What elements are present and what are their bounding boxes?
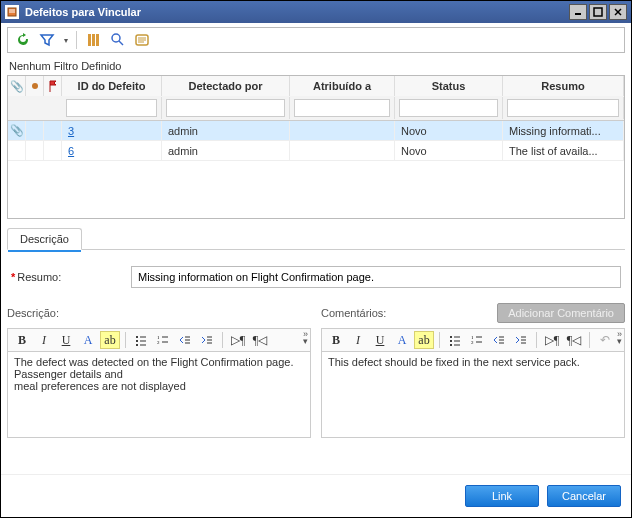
rtl-icon[interactable]: ¶◁ <box>250 331 270 349</box>
rtl-icon[interactable]: ¶◁ <box>564 331 584 349</box>
cell-flag <box>44 141 62 160</box>
description-rich-toolbar: B I U A ab 12 ▷¶ ¶◁ »▾ <box>7 328 311 352</box>
cell-status: Novo <box>395 141 503 160</box>
filter-detected-input[interactable] <box>166 99 285 117</box>
indent-icon[interactable] <box>511 331 531 349</box>
svg-point-35 <box>450 340 452 342</box>
svg-point-33 <box>450 336 452 338</box>
filter-summary-input[interactable] <box>507 99 619 117</box>
cell-attachment <box>8 141 26 160</box>
summary-input[interactable] <box>131 266 621 288</box>
font-color-icon[interactable]: A <box>392 331 412 349</box>
svg-text:2: 2 <box>471 340 474 345</box>
outdent-icon[interactable] <box>489 331 509 349</box>
svg-rect-8 <box>92 34 95 46</box>
find-icon[interactable] <box>109 31 127 49</box>
bullet-list-icon[interactable] <box>445 331 465 349</box>
cell-id[interactable]: 6 <box>68 145 74 157</box>
comments-body[interactable]: This defect should be fixed in the next … <box>321 352 625 438</box>
col-header-summary[interactable]: Resumo <box>503 76 624 96</box>
comments-rich-toolbar: B I U A ab 12 ▷¶ ¶◁ ↶ »▾ <box>321 328 625 352</box>
filter-id-input[interactable] <box>66 99 157 117</box>
svg-rect-4 <box>594 8 602 16</box>
filter-icon[interactable] <box>38 31 56 49</box>
app-icon <box>5 5 19 19</box>
svg-rect-9 <box>96 34 99 46</box>
defects-grid: 📎 ID do Defeito Detectado por Atribuído … <box>7 75 625 219</box>
col-attachment-icon[interactable]: 📎 <box>8 76 26 96</box>
cell-assigned <box>290 121 395 140</box>
svg-point-19 <box>136 340 138 342</box>
italic-icon[interactable]: I <box>34 331 54 349</box>
close-button[interactable] <box>609 4 627 20</box>
filter-assigned-input[interactable] <box>294 99 390 117</box>
description-panel-title: Descrição: <box>7 307 59 319</box>
italic-icon[interactable]: I <box>348 331 368 349</box>
cell-assigned <box>290 141 395 160</box>
cell-detected: admin <box>162 141 290 160</box>
toolbar-more-icon[interactable]: »▾ <box>303 331 308 345</box>
details-icon[interactable] <box>133 31 151 49</box>
filter-status-label: Nenhum Filtro Definido <box>1 55 631 75</box>
summary-label: *Resumo: <box>11 271 121 283</box>
svg-point-21 <box>136 344 138 346</box>
svg-text:2: 2 <box>157 340 160 345</box>
col-header-status[interactable]: Status <box>395 76 503 96</box>
cell-id[interactable]: 3 <box>68 125 74 137</box>
main-toolbar: ▾ <box>7 27 625 53</box>
svg-line-11 <box>119 41 123 45</box>
table-row[interactable]: 6adminNovoThe list of availa... <box>8 141 624 161</box>
cell-summary: Missing informati... <box>503 121 624 140</box>
font-color-icon[interactable]: A <box>78 331 98 349</box>
highlight-icon[interactable]: ab <box>414 331 434 349</box>
svg-rect-7 <box>88 34 91 46</box>
col-header-id[interactable]: ID do Defeito <box>62 76 162 96</box>
maximize-button[interactable] <box>589 4 607 20</box>
ltr-icon[interactable]: ▷¶ <box>542 331 562 349</box>
cell-summary: The list of availa... <box>503 141 624 160</box>
filter-status-input[interactable] <box>399 99 498 117</box>
toolbar-more-icon[interactable]: »▾ <box>617 331 622 345</box>
number-list-icon[interactable]: 12 <box>153 331 173 349</box>
cell-flag <box>44 121 62 140</box>
table-row[interactable]: 📎3adminNovoMissing informati... <box>8 121 624 141</box>
tab-description[interactable]: Descrição <box>7 228 82 250</box>
window-title: Defeitos para Vincular <box>25 6 141 18</box>
svg-point-16 <box>32 83 38 89</box>
col-header-assigned[interactable]: Atribuído a <box>290 76 395 96</box>
cell-attachment: 📎 <box>8 121 26 140</box>
bold-icon[interactable]: B <box>12 331 32 349</box>
cancel-button[interactable]: Cancelar <box>547 485 621 507</box>
separator <box>76 31 77 49</box>
cell-status: Novo <box>395 121 503 140</box>
refresh-icon[interactable] <box>14 31 32 49</box>
cell-link <box>26 121 44 140</box>
minimize-button[interactable] <box>569 4 587 20</box>
underline-icon[interactable]: U <box>56 331 76 349</box>
svg-point-17 <box>136 336 138 338</box>
svg-point-10 <box>112 34 120 42</box>
svg-point-37 <box>450 344 452 346</box>
col-header-detected[interactable]: Detectado por <box>162 76 290 96</box>
bullet-list-icon[interactable] <box>131 331 151 349</box>
indent-icon[interactable] <box>197 331 217 349</box>
comments-panel-title: Comentários: <box>321 307 386 319</box>
bold-icon[interactable]: B <box>326 331 346 349</box>
ltr-icon[interactable]: ▷¶ <box>228 331 248 349</box>
add-comment-button: Adicionar Comentário <box>497 303 625 323</box>
columns-icon[interactable] <box>85 31 103 49</box>
filter-dropdown-icon[interactable]: ▾ <box>64 36 68 45</box>
col-flag-icon[interactable] <box>44 76 62 96</box>
cell-detected: admin <box>162 121 290 140</box>
description-body[interactable]: The defect was detected on the Flight Co… <box>7 352 311 438</box>
number-list-icon[interactable]: 12 <box>467 331 487 349</box>
undo-icon[interactable]: ↶ <box>595 331 615 349</box>
outdent-icon[interactable] <box>175 331 195 349</box>
col-link-icon[interactable] <box>26 76 44 96</box>
link-button[interactable]: Link <box>465 485 539 507</box>
cell-link <box>26 141 44 160</box>
highlight-icon[interactable]: ab <box>100 331 120 349</box>
underline-icon[interactable]: U <box>370 331 390 349</box>
